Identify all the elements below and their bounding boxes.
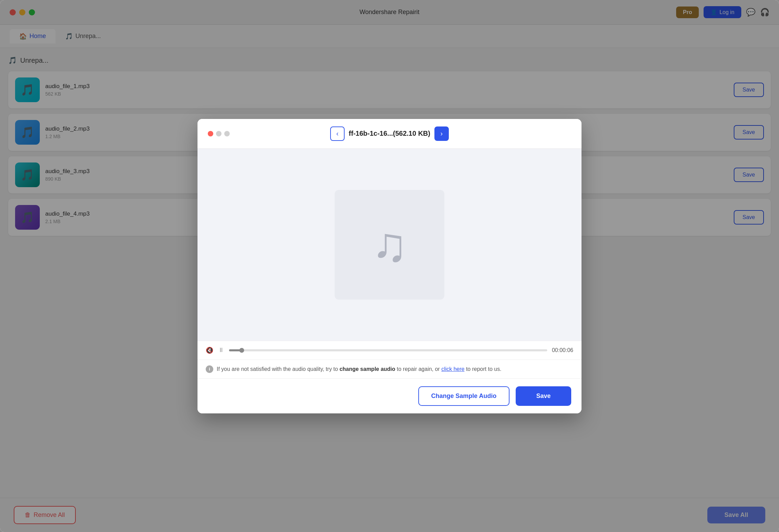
info-text: If you are not satisfied with the audio … <box>217 366 501 372</box>
report-link[interactable]: click here <box>441 366 465 372</box>
modal-next-button[interactable]: › <box>434 126 449 141</box>
progress-time: 00:00:06 <box>552 347 573 353</box>
progress-handle[interactable] <box>239 348 244 353</box>
modal-traffic-lights <box>208 131 230 136</box>
change-sample-audio-button[interactable]: Change Sample Audio <box>418 386 510 406</box>
modal-close-button[interactable] <box>208 131 213 136</box>
modal-maximize-button[interactable] <box>224 131 230 136</box>
modal-progress-bar: 🔇 ⏸ 00:00:06 <box>197 341 582 360</box>
modal-audio-content: ♫ <box>197 149 582 341</box>
music-note-icon: ♫ <box>372 217 408 273</box>
pause-icon[interactable]: ⏸ <box>218 347 224 354</box>
progress-fill <box>229 349 242 351</box>
modal-filename: ff-16b-1c-16...(562.10 KB) <box>349 130 430 137</box>
mute-icon[interactable]: 🔇 <box>206 347 213 354</box>
modal-save-button[interactable]: Save <box>516 386 571 406</box>
modal-footer: Change Sample Audio Save <box>197 378 582 413</box>
modal-titlebar: ‹ ff-16b-1c-16...(562.10 KB) › <box>197 119 582 149</box>
modal-info-message: i If you are not satisfied with the audi… <box>197 360 582 378</box>
info-icon: i <box>206 365 213 373</box>
modal-overlay: ‹ ff-16b-1c-16...(562.10 KB) › ♫ 🔇 ⏸ <box>0 0 779 532</box>
audio-placeholder: ♫ <box>335 190 444 300</box>
progress-bar[interactable] <box>229 349 547 351</box>
app-window: Wondershare Repairit Pro 👤 Log in 💬 🎧 🏠 … <box>0 0 779 532</box>
modal-prev-button[interactable]: ‹ <box>330 126 345 141</box>
modal-navigation: ‹ ff-16b-1c-16...(562.10 KB) › <box>330 126 449 141</box>
modal-dialog: ‹ ff-16b-1c-16...(562.10 KB) › ♫ 🔇 ⏸ <box>197 119 582 413</box>
modal-minimize-button[interactable] <box>216 131 221 136</box>
